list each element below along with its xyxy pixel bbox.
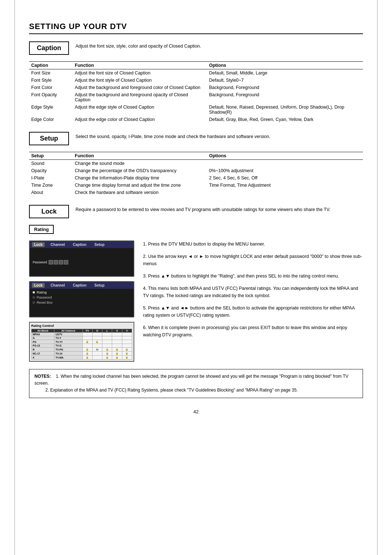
rating-cell: [92, 356, 102, 360]
setup-table-row: Opacity Change the percentage of the OSD…: [29, 167, 363, 174]
rating-cell: [92, 333, 102, 336]
tv-submenu-reset: Reset Box: [33, 300, 131, 304]
setup-cell-options: 2 Sec, 4 Sec, 6 Sec, Off: [207, 174, 363, 182]
rating-col-mpaa: All Block: [32, 329, 54, 333]
caption-cell-caption: Edge Color: [29, 116, 73, 123]
rating-cell: [122, 340, 132, 344]
setup-cell-options: [207, 160, 363, 167]
rating-cell: 🔒: [82, 348, 92, 352]
tv-menu2-caption: Caption: [71, 283, 89, 288]
rating-cell: TV-PG: [54, 348, 83, 352]
tv-screenshot-2: Lock Channel Caption Setup Rating Passwo…: [29, 281, 134, 317]
pw-cell-2: [54, 260, 58, 264]
rating-cell: 🔒: [82, 352, 92, 356]
caption-table-row: Edge Style Adjust the edge style of Clos…: [29, 104, 363, 116]
bullet-empty-2: [33, 301, 35, 304]
rating-cell: USTV: [54, 333, 83, 336]
step-5-text: 5. Press ▲▼ and ◄► buttons and the SEL b…: [143, 305, 355, 318]
lock-description: Require a password to be entered to view…: [75, 205, 363, 213]
rating-cell: [92, 352, 102, 356]
rating-cell: 🔒: [82, 340, 92, 344]
rating-cell: [92, 344, 102, 348]
rating-cell: 🔒: [112, 348, 122, 352]
setup-cell-function: Change the sound mode: [73, 160, 207, 167]
rating-table-row: PG-13TV-G: [32, 344, 132, 348]
setup-cell-caption: Time Zone: [29, 182, 73, 189]
setup-table-header-setup: Setup: [29, 152, 73, 160]
setup-table-row: About Check the hardware and software ve…: [29, 189, 363, 196]
rating-table-row: GTV-Y: [32, 336, 132, 340]
step-1-text: 1. Press the DTV MENU button to display …: [143, 242, 265, 247]
rating-cell: 🔒: [92, 340, 102, 344]
setup-cell-function: Change time display format and adjust th…: [73, 182, 207, 189]
rating-cell: NC-17: [32, 352, 54, 356]
rating-cell: [122, 344, 132, 348]
caption-cell-caption: Edge Style: [29, 104, 73, 116]
rating-cell: 🔒: [122, 352, 132, 356]
rating-cell: [112, 344, 122, 348]
pw-box: [49, 260, 68, 264]
rating-cell: [112, 340, 122, 344]
rating-cell: 🔒: [122, 356, 132, 360]
rating-cell: PG: [32, 340, 54, 344]
step-6-text: 6. When it is complete (even in processi…: [143, 325, 347, 337]
rating-cell: TV-Y7: [54, 340, 83, 344]
setup-description: Select the sound, opacity, I-Plate, time…: [75, 132, 363, 140]
step-2: 2. Use the arrow keys ◄ or ► to move hig…: [143, 253, 363, 267]
setup-cell-caption: About: [29, 189, 73, 196]
setup-table-row: I-Plate Change the Information-Plate dis…: [29, 174, 363, 182]
caption-cell-caption: Font Style: [29, 77, 73, 84]
rating-cell: MPAA: [32, 333, 54, 336]
tv-submenu-password: Password: [33, 295, 131, 299]
tv-menu-caption: Caption: [71, 242, 89, 247]
tv-menu2-setup: Setup: [92, 283, 107, 288]
rating-screenshot: Rating Control All Block All Unblock FV …: [29, 322, 134, 362]
tv-submenu-password-label: Password: [37, 295, 52, 299]
setup-cell-caption: Opacity: [29, 167, 73, 174]
caption-cell-options: Default, Small, Middle, Large: [207, 69, 363, 77]
caption-cell-options: Default, Gray, Blue, Red, Green, Cyan, Y…: [207, 116, 363, 123]
caption-cell-function: Adjust the font size of Closed Caption: [73, 69, 207, 77]
setup-table: Setup Function Options Sound Change the …: [29, 152, 363, 196]
rating-cell: 🔒: [112, 352, 122, 356]
rating-control-title: Rating Control: [31, 324, 132, 328]
caption-description: Adjust the font size, style, color and o…: [75, 41, 363, 50]
page-number: 42: [29, 409, 363, 414]
caption-feature-block: Caption Adjust the font size, style, col…: [29, 41, 363, 55]
step-4: 4. This menu lists both MPAA and USTV (F…: [143, 285, 363, 299]
tv-submenu: Rating Password Reset Box: [30, 289, 134, 306]
rating-table-row: XTV-MA🔒🔒🔒🔒: [32, 356, 132, 360]
caption-cell-function: Adjust the background and foreground opa…: [73, 91, 207, 104]
tv-submenu-rating-label: Rating: [37, 290, 46, 294]
tv-password-label: Password: [33, 260, 47, 264]
page-border-right: [377, 0, 377, 555]
rating-cell: TV-14: [54, 352, 83, 356]
caption-table-row: Font Opacity Adjust the background and f…: [29, 91, 363, 104]
rating-cell: [82, 344, 92, 348]
setup-cell-function: Change the percentage of the OSD's trans…: [73, 167, 207, 174]
setup-cell-options: 0%~100% adjustment: [207, 167, 363, 174]
setup-cell-options: [207, 189, 363, 196]
step-6: 6. When it is complete (even in processi…: [143, 324, 363, 339]
tv-submenu-reset-label: Reset Box: [37, 300, 53, 304]
caption-table-row: Edge Color Adjust the edge color of Clos…: [29, 116, 363, 123]
rating-cell: 🔒: [102, 352, 112, 356]
notes-box: NOTES: 1. When the rating locked channel…: [29, 369, 363, 398]
rating-col-fv: FV: [82, 329, 92, 333]
rating-cell: R: [32, 348, 54, 352]
setup-table-row: Time Zone Change time display format and…: [29, 182, 363, 189]
step-4-text: 4. This menu lists both MPAA and USTV (F…: [143, 286, 358, 298]
rating-cell: 🔒: [102, 348, 112, 352]
rating-cell: TV-Y: [54, 336, 83, 340]
pw-cell-1: [49, 260, 53, 264]
tv-menu-setup: Setup: [92, 242, 107, 247]
tv-password-row: Password: [33, 260, 68, 264]
tv-screenshot-1: Lock Channel Caption Setup Password: [29, 240, 134, 277]
caption-cell-options: Background, Foreground: [207, 91, 363, 104]
caption-cell-options: Default, Style0~7: [207, 77, 363, 84]
rating-cell: X: [32, 356, 54, 360]
tv-menubar-2: Lock Channel Caption Setup: [30, 282, 134, 289]
caption-cell-caption: Font Color: [29, 84, 73, 91]
rating-control-table: All Block All Unblock FV D L S V MPAAUST…: [31, 329, 132, 360]
tv-menu-lock: Lock: [32, 242, 45, 247]
